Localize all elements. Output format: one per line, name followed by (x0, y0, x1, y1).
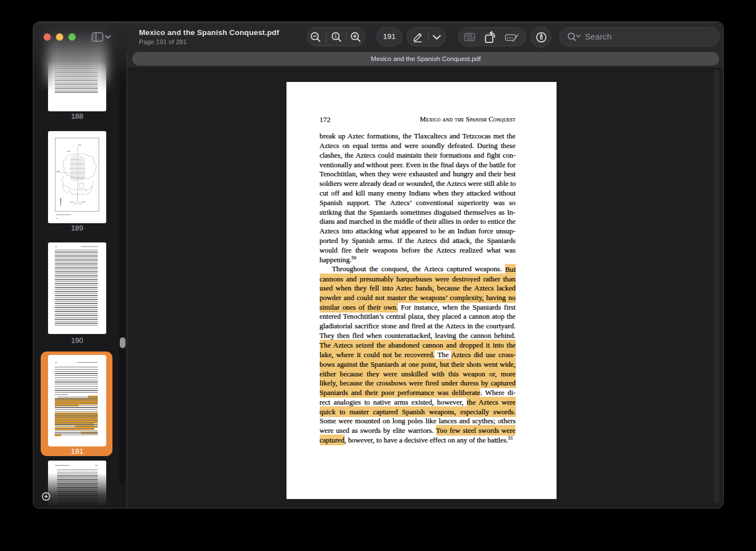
svg-text:1: 1 (334, 33, 337, 39)
